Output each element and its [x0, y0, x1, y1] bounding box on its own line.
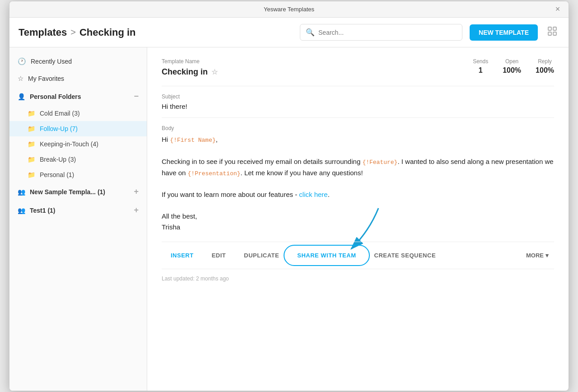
- svg-rect-0: [548, 27, 551, 30]
- title-bar: Yesware Templates ×: [9, 1, 569, 18]
- clock-icon: 🕐: [18, 57, 26, 65]
- action-bar: INSERT EDIT DUPLICATE SHARE WITH TEAM CR…: [162, 242, 554, 269]
- stat-reply: Reply 100%: [536, 58, 554, 75]
- svg-rect-1: [553, 27, 556, 30]
- more-button[interactable]: MORE ▾: [521, 248, 554, 262]
- new-sample-add-button[interactable]: +: [134, 187, 139, 196]
- template-name-section: Template Name Checking in ☆: [162, 58, 218, 77]
- test1-add-button[interactable]: +: [134, 205, 139, 215]
- body-line-3: If you want to learn more about our feat…: [162, 189, 554, 200]
- my-favorites-label: My Favorites: [28, 75, 64, 82]
- placeholder-feature: {!Feature}: [362, 159, 397, 166]
- subject-label: Subject: [162, 93, 554, 100]
- last-updated: Last updated: 2 months ago: [162, 275, 554, 282]
- personal-folders-label: Personal Folders: [30, 93, 81, 100]
- template-name-label: Template Name: [162, 58, 218, 65]
- template-name-text: Checking in: [162, 67, 208, 77]
- folder-break-up[interactable]: 📁 Break-Up (3): [9, 152, 147, 167]
- content-area: 🕐 Recently Used ☆ My Favorites 👤 Persona…: [9, 47, 569, 391]
- group-icon-new-sample: 👥: [18, 188, 25, 196]
- favorite-star-icon[interactable]: ☆: [211, 68, 218, 76]
- body-section: Body Hi {!First Name}, Checking in to se…: [162, 125, 554, 233]
- open-value: 100%: [503, 66, 521, 75]
- folder-cold-email-label: Cold Email (3): [40, 110, 80, 117]
- breadcrumb-current: Checking in: [79, 27, 136, 38]
- personal-folders-header[interactable]: 👤 Personal Folders −: [9, 87, 147, 106]
- folder-keeping-in-touch[interactable]: 📁 Keeping-in-Touch (4): [9, 136, 147, 152]
- stat-open: Open 100%: [503, 58, 521, 75]
- personal-folders-minus[interactable]: −: [134, 92, 139, 101]
- divider-1: [162, 86, 554, 86]
- sidebar-item-my-favorites[interactable]: ☆ My Favorites: [9, 70, 147, 87]
- placeholder-first-name: {!First Name}: [170, 137, 215, 144]
- body-line-2: Checking in to see if you received my em…: [162, 156, 554, 179]
- header: Templates > Checking in 🔍 NEW TEMPLATE: [9, 18, 569, 47]
- divider-2: [162, 117, 554, 118]
- test1-label: Test1 (1): [30, 207, 56, 214]
- click-here-link[interactable]: click here: [299, 191, 327, 198]
- app-window: Yesware Templates × Templates > Checking…: [9, 1, 569, 391]
- folder-cold-email[interactable]: 📁 Cold Email (3): [9, 106, 147, 121]
- group-icon-test1: 👥: [18, 207, 25, 214]
- breadcrumb: Templates > Checking in: [19, 27, 293, 38]
- body-sign-off: All the best,: [162, 211, 554, 222]
- sidebar: 🕐 Recently Used ☆ My Favorites 👤 Persona…: [9, 47, 147, 391]
- placeholder-presentation: {!Presentation}: [188, 170, 241, 177]
- body-signature: Trisha: [162, 222, 554, 233]
- sidebar-item-recently-used[interactable]: 🕐 Recently Used: [9, 53, 147, 70]
- folder-follow-up[interactable]: 📁 Follow-Up (7): [9, 121, 147, 136]
- person-icon: 👤: [18, 93, 25, 100]
- edit-button[interactable]: EDIT: [203, 248, 235, 262]
- open-label: Open: [503, 58, 521, 65]
- folder-icon-follow-up: 📁: [28, 125, 35, 132]
- reply-label: Reply: [536, 58, 554, 65]
- recently-used-label: Recently Used: [31, 58, 72, 65]
- template-stats: Sends 1 Open 100% Reply 100%: [473, 58, 554, 75]
- folder-personal[interactable]: 📁 Personal (1): [9, 167, 147, 182]
- sends-label: Sends: [473, 58, 488, 65]
- sends-value: 1: [473, 66, 488, 75]
- search-icon: 🔍: [306, 28, 315, 37]
- subject-section: Subject Hi there!: [162, 93, 554, 110]
- main-content: Template Name Checking in ☆ Sends 1 Open…: [147, 47, 569, 391]
- subject-value: Hi there!: [162, 103, 554, 110]
- body-line-1: Hi {!First Name},: [162, 134, 554, 145]
- close-button[interactable]: ×: [553, 5, 562, 14]
- search-bar: 🔍: [300, 24, 462, 41]
- test1-header[interactable]: 👥 Test1 (1) +: [9, 201, 147, 219]
- svg-rect-2: [548, 32, 551, 35]
- template-name-value: Checking in ☆: [162, 67, 218, 77]
- body-content: Hi {!First Name}, Checking in to see if …: [162, 134, 554, 233]
- chevron-down-icon: ▾: [545, 252, 549, 259]
- folder-keeping-in-touch-label: Keeping-in-Touch (4): [40, 140, 98, 148]
- window-title: Yesware Templates: [264, 6, 314, 13]
- folder-follow-up-label: Follow-Up (7): [40, 125, 78, 132]
- template-header: Template Name Checking in ☆ Sends 1 Open…: [162, 58, 554, 77]
- create-sequence-button[interactable]: CREATE SEQUENCE: [365, 248, 445, 262]
- settings-icon[interactable]: [545, 24, 559, 41]
- breadcrumb-separator: >: [70, 27, 76, 37]
- body-label: Body: [162, 125, 554, 131]
- search-input[interactable]: [318, 29, 457, 36]
- svg-rect-3: [553, 32, 556, 35]
- folder-icon-break-up: 📁: [28, 156, 35, 163]
- insert-button[interactable]: INSERT: [162, 248, 203, 262]
- folder-icon-keeping-in-touch: 📁: [28, 140, 35, 148]
- breadcrumb-root[interactable]: Templates: [19, 27, 67, 38]
- star-icon: ☆: [18, 75, 23, 83]
- more-label: MORE: [526, 252, 544, 259]
- share-with-team-button[interactable]: SHARE WITH TEAM: [288, 248, 365, 262]
- reply-value: 100%: [536, 66, 554, 75]
- folder-personal-label: Personal (1): [40, 171, 74, 178]
- new-template-button[interactable]: NEW TEMPLATE: [470, 24, 538, 41]
- share-with-team-container: SHARE WITH TEAM: [288, 248, 365, 262]
- duplicate-button[interactable]: DUPLICATE: [235, 248, 288, 262]
- folder-icon-personal: 📁: [28, 171, 35, 178]
- new-sample-template-header[interactable]: 👥 New Sample Templa... (1) +: [9, 182, 147, 201]
- folder-icon-cold-email: 📁: [28, 110, 35, 117]
- folder-break-up-label: Break-Up (3): [40, 156, 76, 163]
- new-sample-template-label: New Sample Templa... (1): [30, 188, 105, 196]
- stat-sends: Sends 1: [473, 58, 488, 75]
